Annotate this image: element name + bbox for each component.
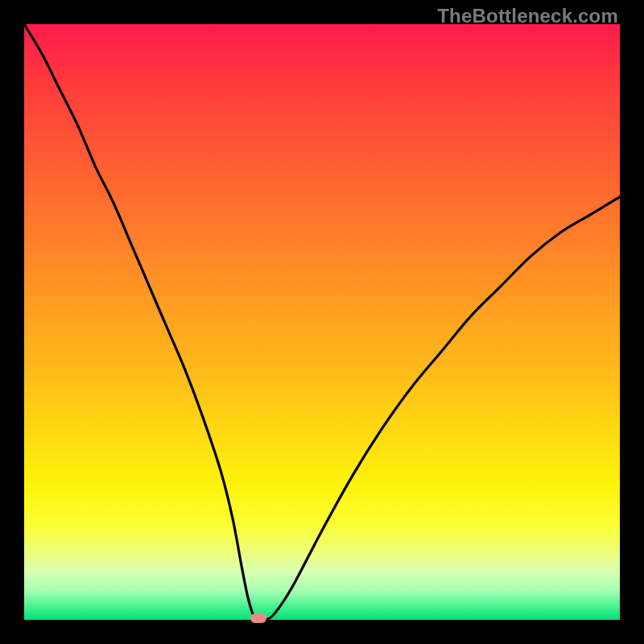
plot-area [24,24,620,620]
bottleneck-curve [24,24,620,620]
watermark-text: TheBottleneck.com [437,5,618,27]
optimal-marker [250,613,266,623]
chart-frame: TheBottleneck.com [0,0,644,644]
